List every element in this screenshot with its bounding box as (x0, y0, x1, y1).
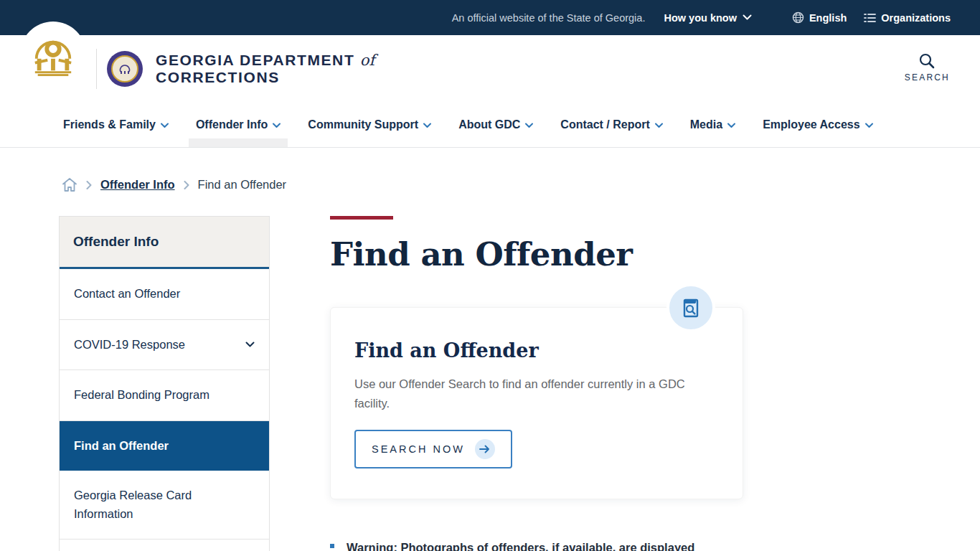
chevron-right-icon (184, 181, 189, 189)
find-offender-card: Find an Offender Use our Offender Search… (330, 307, 743, 499)
sidebar-item-georgia-release-card-information[interactable]: Georgia Release Card Information (60, 471, 269, 540)
warning-list-item: Warning: Photographs of offenders, if av… (330, 539, 743, 551)
search-now-button[interactable]: SEARCH NOW (354, 430, 512, 468)
sidebar-item-incarcerated-veterans[interactable]: Incarcerated Veterans (60, 540, 269, 551)
nav-item-employee-access[interactable]: Employee Access (758, 103, 877, 147)
nav-label: Offender Info (196, 118, 268, 131)
sidebar-item-label: Contact an Offender (74, 285, 180, 303)
search-icon (918, 52, 936, 70)
agency-name: GEORGIA DEPARTMENT of CORRECTIONS (156, 52, 374, 86)
list-icon (864, 13, 876, 23)
chevron-down-icon (655, 123, 663, 128)
search-now-label: SEARCH NOW (372, 443, 465, 455)
how-you-know-label: How you know (664, 12, 737, 24)
breadcrumb-current: Find an Offender (198, 178, 287, 192)
card-title: Find an Offender (354, 339, 719, 362)
header-search-label: SEARCH (905, 72, 950, 83)
title-accent-bar (330, 216, 393, 220)
nav-item-community-support[interactable]: Community Support (303, 103, 435, 147)
sidebar-item-find-an-offender[interactable]: Find an Offender (60, 421, 269, 471)
nav-item-about-gdc[interactable]: About GDC (454, 103, 537, 147)
chevron-down-icon (273, 123, 281, 128)
document-search-badge (666, 283, 715, 332)
page-title: Find an Offender (330, 235, 743, 273)
nav-label: Employee Access (763, 118, 859, 131)
globe-icon (792, 11, 804, 24)
breadcrumb-parent-link[interactable]: Offender Info (100, 178, 175, 192)
header-search-button[interactable]: SEARCH (905, 52, 950, 83)
sidebar-item-federal-bonding-program[interactable]: Federal Bonding Program (60, 370, 269, 421)
sidebar-item-label: Federal Bonding Program (74, 386, 209, 405)
chevron-down-icon (161, 123, 169, 128)
breadcrumb: Offender Info Find an Offender (0, 148, 980, 192)
chevron-down-icon[interactable] (245, 342, 255, 348)
sidebar-item-label: Find an Offender (74, 437, 169, 456)
card-description: Use our Offender Search to find an offen… (354, 375, 703, 413)
nav-label: Community Support (308, 118, 418, 131)
chevron-down-icon (727, 123, 735, 128)
nav-item-friends-family[interactable]: Friends & Family (59, 103, 173, 147)
section-sidebar: Offender Info Contact an Offender COVID-… (59, 216, 270, 551)
sidebar-item-covid-19-response[interactable]: COVID-19 Response (60, 320, 269, 371)
georgia-arch-logo[interactable] (20, 22, 86, 88)
bullet-icon (330, 544, 334, 548)
nav-label: About GDC (458, 118, 520, 131)
nav-label: Contact / Report (560, 118, 649, 131)
chevron-down-icon (743, 14, 752, 21)
nav-item-contact-report[interactable]: Contact / Report (556, 103, 666, 147)
brand-divider (96, 49, 97, 89)
sidebar-item-label: Georgia Release Card Information (74, 486, 232, 523)
chevron-down-icon (525, 123, 533, 128)
language-label: English (809, 12, 847, 24)
sidebar-title: Offender Info (60, 217, 269, 269)
main-navigation: Friends & Family Offender Info Community… (0, 103, 980, 148)
main-column: Find an Offender Find an Offender Use ou… (330, 216, 743, 551)
chevron-down-icon (865, 123, 873, 128)
how-you-know-button[interactable]: How you know (664, 12, 752, 24)
agency-name-of: of (360, 52, 374, 69)
gov-topbar: An official website of the State of Geor… (0, 0, 980, 35)
nav-label: Media (690, 118, 722, 131)
organizations-button[interactable]: Organizations (864, 12, 951, 24)
agency-name-line1: GEORGIA DEPARTMENT (156, 52, 354, 68)
document-search-icon (679, 296, 703, 320)
arrow-right-icon (475, 439, 495, 459)
arch-icon (31, 32, 75, 77)
nav-item-media[interactable]: Media (686, 103, 740, 147)
chevron-right-icon (86, 181, 92, 189)
sidebar-item-contact-an-offender[interactable]: Contact an Offender (60, 269, 269, 320)
organizations-label: Organizations (881, 12, 951, 24)
agency-brand[interactable]: GEORGIA DEPARTMENT of CORRECTIONS (96, 49, 374, 89)
chevron-down-icon (423, 123, 431, 128)
nav-active-indicator (189, 138, 288, 147)
site-header: GEORGIA DEPARTMENT of CORRECTIONS SEARCH (0, 35, 980, 103)
agency-name-line2: CORRECTIONS (156, 69, 374, 86)
sidebar-item-label: COVID-19 Response (74, 336, 185, 354)
gdc-seal-logo (107, 51, 143, 87)
warning-text: Warning: Photographs of offenders, if av… (347, 539, 694, 551)
content-area: Offender Info Contact an Offender COVID-… (0, 216, 980, 551)
home-icon[interactable] (62, 177, 77, 192)
nav-label: Friends & Family (63, 118, 156, 131)
official-website-text: An official website of the State of Geor… (452, 12, 646, 24)
nav-item-offender-info[interactable]: Offender Info (192, 103, 285, 147)
seal-emblem-icon (118, 62, 132, 76)
language-button[interactable]: English (792, 11, 847, 24)
